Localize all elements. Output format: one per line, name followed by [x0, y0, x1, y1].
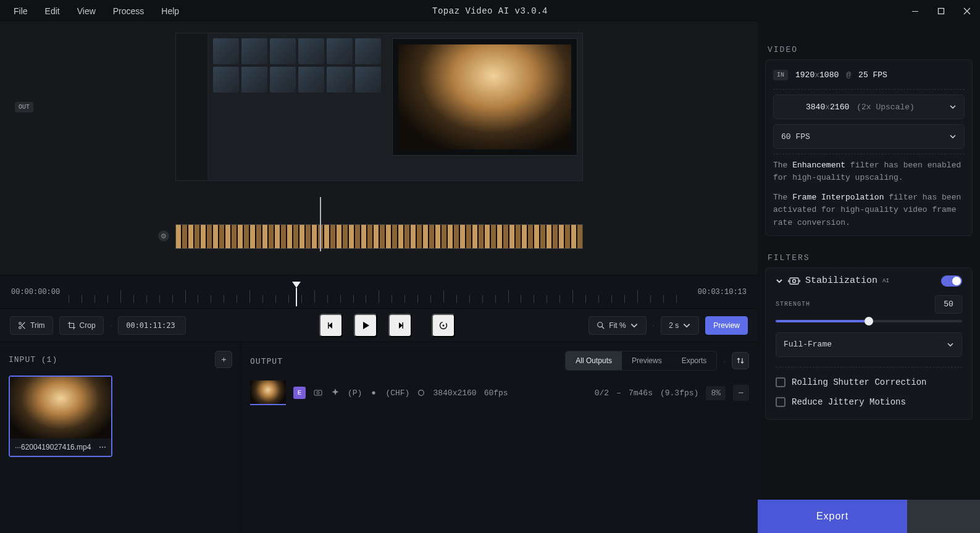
ai-badge: AI [882, 278, 889, 284]
out-more-icon[interactable]: ⋯ [733, 385, 749, 401]
output-row-thumb [250, 380, 286, 405]
window-minimize-button[interactable] [902, 0, 928, 22]
stabilization-mode-select[interactable]: Full-Frame [776, 332, 962, 357]
stabilization-label: Stabilization [805, 275, 877, 286]
circle-icon [417, 388, 425, 397]
export-button[interactable]: Export [758, 500, 907, 533]
trim-button[interactable]: Trim [10, 316, 53, 335]
svg-rect-0 [912, 11, 918, 12]
play-button[interactable] [354, 314, 377, 337]
output-tabs: All Outputs Previews Exports [565, 351, 717, 371]
magnifier-icon [597, 321, 605, 330]
window-close-button[interactable] [954, 0, 980, 22]
out-fps: 60fps [484, 388, 508, 398]
menu-process[interactable]: Process [104, 6, 153, 16]
svg-point-8 [419, 390, 424, 396]
input-section-label: INPUT (1) [9, 355, 57, 364]
add-input-button[interactable]: ＋ [215, 351, 232, 368]
out-time: 7m46s [629, 388, 653, 398]
svg-rect-9 [790, 278, 798, 284]
out-dash: – [616, 388, 621, 398]
step-forward-button[interactable] [388, 314, 412, 337]
tab-all-outputs[interactable]: All Outputs [566, 351, 622, 370]
strength-value-input[interactable]: 50 [935, 295, 962, 314]
preview-button[interactable]: Preview [705, 316, 748, 335]
tab-previews[interactable]: Previews [622, 351, 672, 370]
preview-seconds-select[interactable]: 2 s [661, 316, 699, 335]
input-clip-thumbnail [10, 377, 111, 439]
window-maximize-button[interactable] [928, 0, 954, 22]
output-section-label: OUTPUT [250, 356, 283, 366]
tab-exports[interactable]: Exports [672, 351, 717, 370]
out-percent: 8% [706, 386, 726, 400]
zoom-fit-label: Fit % [609, 321, 626, 330]
out-resolution-select[interactable]: OUT 3840x2160 (2x Upscale) [773, 94, 965, 119]
app-title: Topaz Video AI v3.0.4 [432, 6, 548, 16]
loop-button[interactable] [432, 314, 455, 337]
enhance-icon [330, 388, 340, 398]
menu-view[interactable]: View [69, 6, 104, 16]
output-panel: OUTPUT All Outputs Previews Exports · E [241, 342, 758, 533]
input-panel: INPUT (1) ＋ ···6200419027416.mp4 ⋯ [0, 342, 241, 533]
frameinterp-msg: The Frame Interpolation filter has been … [773, 191, 965, 229]
menu-bar: File Edit View Process Help Topaz Video … [0, 0, 980, 22]
playhead-icon[interactable] [292, 282, 301, 288]
export-monitor-thumb[interactable] [907, 500, 980, 533]
svg-point-10 [793, 279, 796, 282]
chevron-down-icon [682, 321, 691, 330]
preview-seconds-label: 2 s [669, 321, 679, 330]
stabilization-toggle[interactable] [941, 275, 962, 287]
in-fps: 25 FPS [858, 70, 887, 80]
filters-section-label: FILTERS [758, 245, 980, 267]
menu-help[interactable]: Help [153, 6, 188, 16]
export-label: Export [816, 511, 848, 522]
clip-settings-icon[interactable]: ⚙ [158, 230, 169, 241]
at-symbol: @ [846, 70, 851, 80]
export-badge: E [293, 387, 306, 399]
timeline-start-label: 00:00:00:00 [11, 288, 60, 296]
chevron-down-icon[interactable] [776, 277, 783, 285]
input-clip-card[interactable]: ···6200419027416.mp4 ⋯ [9, 376, 112, 457]
step-back-button[interactable] [319, 314, 343, 337]
chevron-down-icon [630, 321, 639, 330]
in-resolution: 1920x1080 [795, 70, 839, 80]
chf-label: (CHF) [385, 388, 409, 398]
out-res: 3840x2160 [433, 388, 476, 398]
svg-point-4 [598, 322, 603, 327]
input-filename: ···6200419027416.mp4 [15, 443, 91, 451]
out-badge: OUT [15, 102, 33, 112]
output-row[interactable]: E (P) (CHF) 3840x2160 60fps 0/2 – 7m46s … [250, 379, 749, 406]
crop-button[interactable]: Crop [59, 316, 104, 335]
enhancement-msg: The Enhancement filter has been enabled … [773, 159, 965, 184]
zoom-fit-select[interactable]: Fit % [588, 316, 646, 335]
svg-rect-1 [939, 8, 944, 14]
out-rate: (9.3fps) [660, 388, 698, 398]
trim-label: Trim [30, 321, 45, 330]
out-fps-value: 60 FPS [781, 132, 810, 141]
out-fps-select[interactable]: 60 FPS [773, 124, 965, 149]
timecode-display[interactable]: 00:01:11:23 [118, 316, 186, 335]
strength-slider[interactable] [776, 320, 962, 322]
chevron-down-icon [949, 103, 957, 111]
sort-button[interactable] [732, 352, 749, 369]
menu-file[interactable]: File [5, 6, 36, 16]
out-res-value: 3840x2160 [806, 103, 849, 112]
preview-area[interactable]: 同理呢还有丰富的素材和特效库 ⚙ [0, 22, 758, 275]
p-label: (P) [348, 388, 362, 398]
embedded-editor-screencast [175, 33, 583, 181]
filmstrip-playhead[interactable] [320, 197, 321, 251]
chevron-down-icon [949, 133, 957, 140]
reduce-jitter-checkbox[interactable]: Reduce Jittery Motions [776, 392, 962, 412]
preview-filmstrip[interactable]: ⚙ [175, 224, 583, 249]
out-upscale-note: (2x Upscale) [856, 103, 915, 112]
out-progress: 0/2 [595, 388, 609, 398]
crop-label: Crop [80, 321, 96, 330]
svg-point-7 [372, 391, 375, 394]
rolling-shutter-checkbox[interactable]: Rolling Shutter Correction [776, 372, 962, 392]
stabilization-mode-value: Full-Frame [784, 340, 832, 349]
timeline-ruler[interactable]: 00:00:00:00 00:03:10:13 [0, 275, 758, 308]
menu-edit[interactable]: Edit [36, 6, 69, 16]
clip-more-icon[interactable]: ⋯ [99, 443, 106, 451]
video-section-label: VIDEO [758, 36, 980, 59]
stabilization-icon [788, 276, 800, 286]
